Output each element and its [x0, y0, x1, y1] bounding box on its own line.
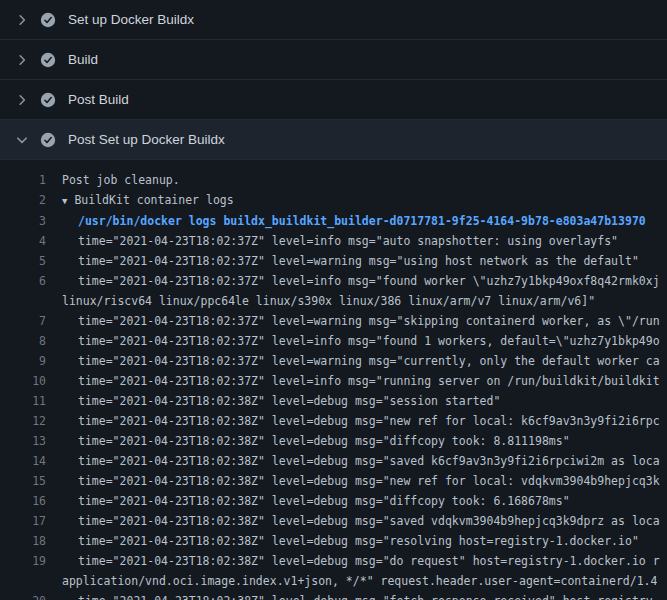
log-line: Post job cleanup.: [46, 170, 180, 190]
log-output: 1Post job cleanup.2▼BuildKit container l…: [0, 160, 667, 600]
line-number[interactable]: 14: [0, 451, 46, 471]
line-number[interactable]: 10: [0, 371, 46, 391]
log-row: 12time="2021-04-23T18:02:38Z" level=debu…: [0, 411, 667, 431]
log-row: 11time="2021-04-23T18:02:38Z" level=debu…: [0, 391, 667, 411]
log-line: time="2021-04-23T18:02:38Z" level=debug …: [46, 551, 660, 571]
line-number[interactable]: 17: [0, 511, 46, 531]
line-number[interactable]: 16: [0, 491, 46, 511]
log-line: time="2021-04-23T18:02:38Z" level=debug …: [46, 591, 653, 600]
log-row: 10time="2021-04-23T18:02:37Z" level=info…: [0, 371, 667, 391]
log-line: time="2021-04-23T18:02:37Z" level=warnin…: [46, 351, 660, 371]
log-line: time="2021-04-23T18:02:38Z" level=debug …: [46, 451, 660, 471]
line-number[interactable]: 11: [0, 391, 46, 411]
line-number[interactable]: 9: [0, 351, 46, 371]
log-row: application/vnd.oci.image.index.v1+json,…: [0, 571, 667, 591]
log-row: 5time="2021-04-23T18:02:37Z" level=warni…: [0, 251, 667, 271]
log-line: time="2021-04-23T18:02:37Z" level=info m…: [46, 331, 660, 351]
log-line: application/vnd.oci.image.index.v1+json,…: [46, 571, 657, 591]
log-row: 17time="2021-04-23T18:02:38Z" level=debu…: [0, 511, 667, 531]
check-circle-icon: [40, 132, 56, 148]
log-row: 14time="2021-04-23T18:02:38Z" level=debu…: [0, 451, 667, 471]
chevron-down-icon: [14, 132, 30, 148]
log-row: 20time="2021-04-23T18:02:38Z" level=debu…: [0, 591, 667, 600]
log-row: 16time="2021-04-23T18:02:38Z" level=debu…: [0, 491, 667, 511]
line-number[interactable]: 4: [0, 231, 46, 251]
line-number[interactable]: 7: [0, 311, 46, 331]
log-line: time="2021-04-23T18:02:37Z" level=warnin…: [46, 251, 639, 271]
log-line: time="2021-04-23T18:02:38Z" level=debug …: [46, 391, 500, 411]
line-number[interactable]: 20: [0, 591, 46, 600]
log-line: time="2021-04-23T18:02:38Z" level=debug …: [46, 491, 570, 511]
chevron-right-icon: [14, 92, 30, 108]
check-circle-icon: [40, 52, 56, 68]
step-list: Set up Docker BuildxBuildPost BuildPost …: [0, 0, 667, 160]
log-line: time="2021-04-23T18:02:38Z" level=debug …: [46, 531, 639, 551]
line-number[interactable]: 2: [0, 190, 46, 211]
line-number[interactable]: 8: [0, 331, 46, 351]
line-number[interactable]: 1: [0, 170, 46, 190]
step-header-set-up-docker-buildx[interactable]: Set up Docker Buildx: [0, 0, 667, 40]
log-row: 13time="2021-04-23T18:02:38Z" level=debu…: [0, 431, 667, 451]
log-line: time="2021-04-23T18:02:37Z" level=warnin…: [46, 311, 660, 331]
chevron-right-icon: [14, 52, 30, 68]
line-number: [0, 571, 46, 591]
log-row: 6time="2021-04-23T18:02:37Z" level=info …: [0, 271, 667, 291]
line-number: [0, 291, 46, 311]
step-header-post-build[interactable]: Post Build: [0, 80, 667, 120]
log-line: linux/riscv64 linux/ppc64le linux/s390x …: [46, 291, 595, 311]
step-title: Build: [68, 52, 98, 67]
log-command-line: /usr/bin/docker logs buildx_buildkit_bui…: [46, 211, 646, 231]
log-row: 7time="2021-04-23T18:02:37Z" level=warni…: [0, 311, 667, 331]
step-header-build[interactable]: Build: [0, 40, 667, 80]
log-line: time="2021-04-23T18:02:38Z" level=debug …: [46, 411, 660, 431]
log-row: 15time="2021-04-23T18:02:38Z" level=debu…: [0, 471, 667, 491]
log-row: 3/usr/bin/docker logs buildx_buildkit_bu…: [0, 211, 667, 231]
log-line: time="2021-04-23T18:02:37Z" level=info m…: [46, 231, 618, 251]
line-number[interactable]: 6: [0, 271, 46, 291]
group-toggle-icon[interactable]: ▼: [62, 191, 67, 211]
log-row: 19time="2021-04-23T18:02:38Z" level=debu…: [0, 551, 667, 571]
step-title: Set up Docker Buildx: [68, 12, 194, 27]
log-row: 9time="2021-04-23T18:02:37Z" level=warni…: [0, 351, 667, 371]
line-number[interactable]: 15: [0, 471, 46, 491]
log-line: time="2021-04-23T18:02:38Z" level=debug …: [46, 431, 570, 451]
log-line: time="2021-04-23T18:02:38Z" level=debug …: [46, 471, 660, 491]
step-title: Post Set up Docker Buildx: [68, 132, 225, 147]
log-row: 2▼BuildKit container logs: [0, 190, 667, 211]
log-row: 4time="2021-04-23T18:02:37Z" level=info …: [0, 231, 667, 251]
check-circle-icon: [40, 12, 56, 28]
line-number[interactable]: 19: [0, 551, 46, 571]
group-label: BuildKit container logs: [74, 193, 233, 207]
log-row: 18time="2021-04-23T18:02:38Z" level=debu…: [0, 531, 667, 551]
log-line: time="2021-04-23T18:02:38Z" level=debug …: [46, 511, 660, 531]
step-title: Post Build: [68, 92, 129, 107]
line-number[interactable]: 3: [0, 211, 46, 231]
line-number[interactable]: 18: [0, 531, 46, 551]
log-row: linux/riscv64 linux/ppc64le linux/s390x …: [0, 291, 667, 311]
log-line: time="2021-04-23T18:02:37Z" level=info m…: [46, 271, 660, 291]
chevron-right-icon: [14, 12, 30, 28]
log-line: ▼BuildKit container logs: [46, 190, 234, 211]
step-header-post-set-up-docker-buildx[interactable]: Post Set up Docker Buildx: [0, 120, 667, 160]
line-number[interactable]: 13: [0, 431, 46, 451]
line-number[interactable]: 12: [0, 411, 46, 431]
line-number[interactable]: 5: [0, 251, 46, 271]
log-row: 1Post job cleanup.: [0, 170, 667, 190]
actions-log-viewer: Set up Docker BuildxBuildPost BuildPost …: [0, 0, 667, 600]
log-row: 8time="2021-04-23T18:02:37Z" level=info …: [0, 331, 667, 351]
check-circle-icon: [40, 92, 56, 108]
log-line: time="2021-04-23T18:02:37Z" level=info m…: [46, 371, 660, 391]
